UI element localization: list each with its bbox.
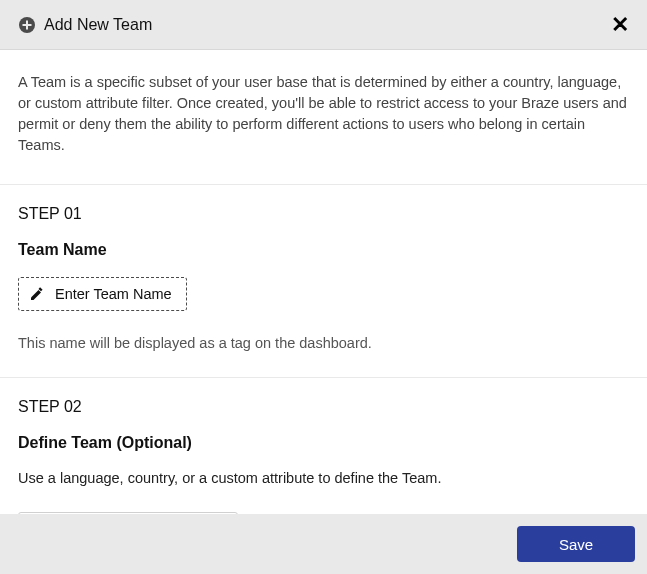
modal-title: Add New Team — [44, 16, 152, 34]
header-left: Add New Team — [18, 16, 152, 34]
step-2-desc: Use a language, country, or a custom att… — [18, 470, 629, 486]
close-icon[interactable]: ✕ — [611, 14, 629, 36]
intro-text: A Team is a specific subset of your user… — [0, 50, 647, 185]
modal-header: Add New Team ✕ — [0, 0, 647, 50]
step-1-hint: This name will be displayed as a tag on … — [18, 335, 629, 351]
plus-circle-icon — [18, 16, 36, 34]
step-2-label: STEP 02 — [18, 398, 629, 416]
step-2-heading: Define Team (Optional) — [18, 434, 629, 452]
team-name-placeholder: Enter Team Name — [55, 286, 172, 302]
step-1: STEP 01 Team Name Enter Team Name This n… — [0, 185, 647, 378]
save-button[interactable]: Save — [517, 526, 635, 562]
pencil-icon — [29, 286, 45, 302]
team-name-input[interactable]: Enter Team Name — [18, 277, 187, 311]
step-1-heading: Team Name — [18, 241, 629, 259]
modal-footer: Save — [0, 514, 647, 574]
svg-rect-2 — [23, 24, 32, 26]
step-1-label: STEP 01 — [18, 205, 629, 223]
